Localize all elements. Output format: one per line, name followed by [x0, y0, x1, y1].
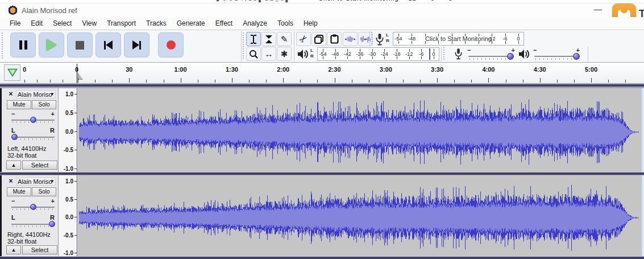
- collapse-button[interactable]: ▲: [6, 161, 21, 170]
- meter-db-label: -24: [381, 51, 388, 57]
- menu-item-transport[interactable]: Transport: [102, 18, 141, 29]
- timeline-label: 4:30: [534, 66, 546, 73]
- mute-button[interactable]: Mute: [7, 187, 31, 196]
- pan-thumb[interactable]: [11, 134, 18, 140]
- recording-volume-slider[interactable]: − +: [468, 47, 514, 62]
- menu-item-tracks[interactable]: Tracks: [141, 18, 172, 29]
- skip-to-end-button[interactable]: [124, 32, 149, 57]
- track-name-dropdown[interactable]: Alain Moriso▼: [16, 90, 56, 98]
- minimize-button[interactable]: —: [591, 5, 605, 16]
- timeline-options-button[interactable]: [4, 64, 20, 81]
- vertical-scale-ruler[interactable]: 1.00.50.0-0.5-1.0: [59, 88, 77, 172]
- timeline-tick: [574, 80, 575, 83]
- track-name: Alain Moriso: [18, 178, 52, 185]
- waveform-right[interactable]: [78, 175, 641, 256]
- recording-meter[interactable]: -54-48-12-60Click to Start Monitoring: [393, 32, 524, 46]
- slider-ticks: [13, 225, 53, 227]
- pan-thumb[interactable]: [49, 221, 55, 227]
- menu-item-help[interactable]: Help: [298, 18, 323, 29]
- playback-meter[interactable]: -54-48-42-36-30-24-18-12-60: [317, 47, 439, 61]
- pan-slider[interactable]: L R: [10, 216, 56, 229]
- time-shift-tool-button[interactable]: ↔: [261, 47, 276, 61]
- meter-db-label: -48: [331, 51, 339, 57]
- menu-bar: FileEditSelectViewTransportTracksGenerat…: [0, 17, 644, 30]
- timeline-tick: [437, 78, 438, 83]
- timeline-tick: [300, 80, 301, 83]
- menu-item-effect[interactable]: Effect: [210, 18, 238, 29]
- timeline-tick: [63, 80, 63, 83]
- vertical-scrollbar[interactable]: [641, 88, 644, 172]
- quick-play-flag: [78, 72, 83, 80]
- menu-item-generate[interactable]: Generate: [172, 18, 210, 29]
- skip-to-start-button[interactable]: [95, 32, 121, 57]
- transport-toolbar-grip[interactable]: [1, 32, 4, 60]
- pause-icon: [19, 40, 27, 50]
- gain-slider[interactable]: − +: [10, 199, 56, 212]
- menu-item-tools[interactable]: Tools: [272, 18, 298, 29]
- menu-item-select[interactable]: Select: [48, 18, 77, 29]
- solo-button[interactable]: Solo: [32, 187, 56, 196]
- stop-button[interactable]: [67, 32, 93, 57]
- track-name-dropdown[interactable]: Alain Moriso▼: [16, 177, 56, 186]
- waveform-left[interactable]: [78, 88, 641, 172]
- track-control-panel[interactable]: × Alain Moriso▼ Mute Solo − + L R Right,…: [3, 175, 59, 256]
- track-top-border: [0, 84, 644, 88]
- track-close-button[interactable]: ×: [7, 90, 15, 98]
- select-button[interactable]: Select: [22, 161, 57, 170]
- gain-thumb[interactable]: [30, 204, 36, 210]
- skip-to-end-icon: [132, 40, 141, 50]
- timeline-tick: [591, 78, 592, 83]
- menu-item-view[interactable]: View: [77, 18, 102, 29]
- playback-volume-thumb[interactable]: [573, 53, 580, 60]
- trim-audio-button[interactable]: [343, 32, 358, 46]
- timeline-tick: [181, 78, 181, 83]
- timeline-tick: [266, 80, 267, 83]
- timeline-ruler[interactable]: 0 0 301:001:302:002:303:003:304:004:305:…: [0, 63, 644, 84]
- playback-volume-slider[interactable]: − +: [534, 47, 579, 62]
- cut-button[interactable]: ✂: [296, 32, 311, 46]
- track-control-panel[interactable]: × Alain Moriso▼ Mute Solo − + L R Left, …: [3, 88, 59, 172]
- timeline-tick: [625, 80, 626, 83]
- track-close-button[interactable]: ×: [7, 177, 15, 185]
- gain-thumb[interactable]: [30, 117, 36, 123]
- timeline-label: 2:30: [328, 66, 340, 73]
- vertical-scrollbar[interactable]: [641, 175, 644, 256]
- paste-button[interactable]: [327, 32, 342, 46]
- menu-item-analyze[interactable]: Analyze: [238, 18, 272, 29]
- timeline-tick: [335, 78, 335, 83]
- envelope-tool-button[interactable]: [261, 32, 276, 46]
- menu-item-edit[interactable]: Edit: [26, 18, 48, 29]
- recording-volume-thumb[interactable]: [507, 53, 514, 60]
- multi-tool-button[interactable]: ✱: [277, 47, 292, 61]
- solo-button[interactable]: Solo: [32, 100, 56, 109]
- pause-button[interactable]: [10, 32, 36, 57]
- menu-item-file[interactable]: File: [5, 18, 26, 29]
- scale-label: 1.0: [65, 178, 73, 184]
- scale-label: 0.5: [65, 109, 73, 116]
- playback-volume-minus: −: [533, 47, 537, 54]
- collapse-button[interactable]: ▲: [6, 245, 21, 254]
- timeline-tick: [146, 80, 147, 83]
- gain-slider[interactable]: − +: [10, 112, 56, 125]
- recording-meter-grip[interactable]: [371, 32, 373, 46]
- pan-slider[interactable]: L R: [10, 129, 56, 142]
- copy-button[interactable]: [311, 32, 326, 46]
- timeline-tick: [403, 80, 404, 83]
- scale-label: -0.5: [64, 147, 73, 153]
- tools-toolbar-grip[interactable]: [242, 32, 245, 60]
- track-format-line1: Right, 44100Hz: [7, 231, 51, 238]
- mixer-toolbar-grip[interactable]: [443, 47, 446, 61]
- record-button[interactable]: [158, 32, 184, 57]
- selection-tool-button[interactable]: [246, 32, 261, 46]
- timeline-label: 4:00: [482, 66, 495, 73]
- vertical-scale-ruler[interactable]: 1.00.50.0-0.5-1.0: [59, 175, 77, 256]
- select-button[interactable]: Select: [22, 245, 57, 254]
- copy-icon: [314, 35, 323, 44]
- zoom-tool-button[interactable]: [246, 47, 261, 61]
- play-icon: [47, 39, 56, 51]
- meter-message: Click to Start Monitoring: [425, 35, 492, 42]
- draw-tool-button[interactable]: ✎: [277, 32, 292, 46]
- mute-button[interactable]: Mute: [7, 100, 31, 109]
- recording-volume-minus: −: [467, 47, 471, 54]
- play-button[interactable]: [39, 32, 64, 57]
